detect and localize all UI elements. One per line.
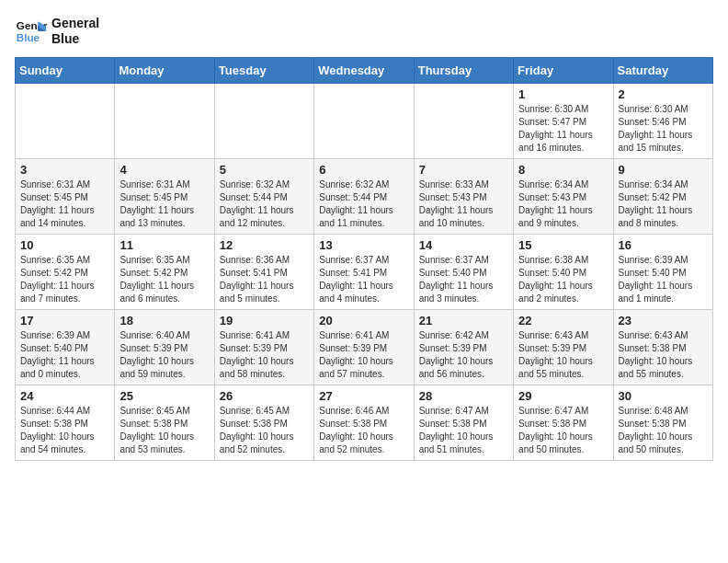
calendar-cell: 17Sunrise: 6:39 AM Sunset: 5:40 PM Dayli… <box>16 310 115 385</box>
day-number: 12 <box>220 238 309 252</box>
header: General Blue General Blue <box>15 15 713 48</box>
weekday-header-row: SundayMondayTuesdayWednesdayThursdayFrid… <box>16 58 713 84</box>
calendar-cell <box>214 84 313 159</box>
day-info: Sunrise: 6:46 AM Sunset: 5:38 PM Dayligh… <box>319 405 408 456</box>
day-info: Sunrise: 6:45 AM Sunset: 5:38 PM Dayligh… <box>220 405 309 456</box>
logo: General Blue General Blue <box>15 15 99 48</box>
day-info: Sunrise: 6:41 AM Sunset: 5:39 PM Dayligh… <box>319 329 408 381</box>
day-info: Sunrise: 6:44 AM Sunset: 5:38 PM Dayligh… <box>20 405 109 456</box>
calendar-cell: 4Sunrise: 6:31 AM Sunset: 5:45 PM Daylig… <box>115 159 214 235</box>
day-number: 9 <box>619 163 708 177</box>
day-number: 14 <box>419 238 508 252</box>
day-info: Sunrise: 6:39 AM Sunset: 5:40 PM Dayligh… <box>619 254 708 305</box>
day-info: Sunrise: 6:38 AM Sunset: 5:40 PM Dayligh… <box>518 254 608 305</box>
calendar-cell: 10Sunrise: 6:35 AM Sunset: 5:42 PM Dayli… <box>16 235 115 310</box>
week-row-5: 24Sunrise: 6:44 AM Sunset: 5:38 PM Dayli… <box>16 385 713 461</box>
day-info: Sunrise: 6:36 AM Sunset: 5:41 PM Dayligh… <box>220 254 309 305</box>
day-info: Sunrise: 6:48 AM Sunset: 5:38 PM Dayligh… <box>619 405 708 456</box>
weekday-header-friday: Friday <box>514 58 613 84</box>
day-number: 27 <box>319 389 408 403</box>
day-number: 11 <box>119 238 209 252</box>
day-info: Sunrise: 6:35 AM Sunset: 5:42 PM Dayligh… <box>20 254 109 305</box>
logo-icon: General Blue <box>15 15 48 48</box>
calendar-cell: 1Sunrise: 6:30 AM Sunset: 5:47 PM Daylig… <box>514 84 613 159</box>
calendar-cell: 3Sunrise: 6:31 AM Sunset: 5:45 PM Daylig… <box>16 159 115 235</box>
day-info: Sunrise: 6:34 AM Sunset: 5:43 PM Dayligh… <box>518 178 608 230</box>
calendar-cell: 24Sunrise: 6:44 AM Sunset: 5:38 PM Dayli… <box>16 385 115 461</box>
calendar-cell: 26Sunrise: 6:45 AM Sunset: 5:38 PM Dayli… <box>214 385 313 461</box>
calendar-cell: 29Sunrise: 6:47 AM Sunset: 5:38 PM Dayli… <box>514 385 613 461</box>
day-info: Sunrise: 6:39 AM Sunset: 5:40 PM Dayligh… <box>20 329 109 381</box>
calendar-cell: 12Sunrise: 6:36 AM Sunset: 5:41 PM Dayli… <box>214 235 313 310</box>
day-info: Sunrise: 6:45 AM Sunset: 5:38 PM Dayligh… <box>119 405 209 456</box>
day-info: Sunrise: 6:30 AM Sunset: 5:46 PM Dayligh… <box>619 103 708 155</box>
day-number: 30 <box>619 389 708 403</box>
weekday-header-sunday: Sunday <box>16 58 115 84</box>
weekday-header-wednesday: Wednesday <box>314 58 414 84</box>
day-number: 29 <box>518 389 608 403</box>
calendar-cell: 30Sunrise: 6:48 AM Sunset: 5:38 PM Dayli… <box>613 385 712 461</box>
day-number: 24 <box>20 389 109 403</box>
calendar-cell: 21Sunrise: 6:42 AM Sunset: 5:39 PM Dayli… <box>414 310 513 385</box>
calendar-cell: 15Sunrise: 6:38 AM Sunset: 5:40 PM Dayli… <box>514 235 613 310</box>
day-number: 8 <box>518 163 608 177</box>
calendar-cell <box>314 84 414 159</box>
day-number: 20 <box>319 314 408 327</box>
calendar-cell: 6Sunrise: 6:32 AM Sunset: 5:44 PM Daylig… <box>314 159 414 235</box>
logo-line1: General <box>51 16 99 31</box>
calendar-cell: 2Sunrise: 6:30 AM Sunset: 5:46 PM Daylig… <box>613 84 712 159</box>
weekday-header-saturday: Saturday <box>613 58 712 84</box>
calendar-cell: 18Sunrise: 6:40 AM Sunset: 5:39 PM Dayli… <box>115 310 214 385</box>
day-number: 2 <box>619 87 708 101</box>
day-number: 5 <box>220 163 309 177</box>
day-info: Sunrise: 6:42 AM Sunset: 5:39 PM Dayligh… <box>419 329 508 381</box>
calendar-cell: 20Sunrise: 6:41 AM Sunset: 5:39 PM Dayli… <box>314 310 414 385</box>
day-number: 26 <box>220 389 309 403</box>
day-info: Sunrise: 6:31 AM Sunset: 5:45 PM Dayligh… <box>119 178 209 230</box>
day-number: 18 <box>119 314 209 327</box>
week-row-1: 1Sunrise: 6:30 AM Sunset: 5:47 PM Daylig… <box>16 84 713 159</box>
day-number: 13 <box>319 238 408 252</box>
calendar-cell: 7Sunrise: 6:33 AM Sunset: 5:43 PM Daylig… <box>414 159 513 235</box>
day-info: Sunrise: 6:35 AM Sunset: 5:42 PM Dayligh… <box>119 254 209 305</box>
calendar-cell: 14Sunrise: 6:37 AM Sunset: 5:40 PM Dayli… <box>414 235 513 310</box>
calendar-cell: 8Sunrise: 6:34 AM Sunset: 5:43 PM Daylig… <box>514 159 613 235</box>
week-row-2: 3Sunrise: 6:31 AM Sunset: 5:45 PM Daylig… <box>16 159 713 235</box>
day-info: Sunrise: 6:31 AM Sunset: 5:45 PM Dayligh… <box>20 178 109 230</box>
calendar-cell: 5Sunrise: 6:32 AM Sunset: 5:44 PM Daylig… <box>214 159 313 235</box>
day-number: 16 <box>619 238 708 252</box>
weekday-header-tuesday: Tuesday <box>214 58 313 84</box>
calendar-cell: 16Sunrise: 6:39 AM Sunset: 5:40 PM Dayli… <box>613 235 712 310</box>
day-number: 1 <box>518 87 608 101</box>
calendar-cell: 13Sunrise: 6:37 AM Sunset: 5:41 PM Dayli… <box>314 235 414 310</box>
day-number: 17 <box>20 314 109 327</box>
week-row-4: 17Sunrise: 6:39 AM Sunset: 5:40 PM Dayli… <box>16 310 713 385</box>
calendar-cell: 27Sunrise: 6:46 AM Sunset: 5:38 PM Dayli… <box>314 385 414 461</box>
week-row-3: 10Sunrise: 6:35 AM Sunset: 5:42 PM Dayli… <box>16 235 713 310</box>
day-number: 7 <box>419 163 508 177</box>
day-info: Sunrise: 6:32 AM Sunset: 5:44 PM Dayligh… <box>220 178 309 230</box>
calendar-table: SundayMondayTuesdayWednesdayThursdayFrid… <box>15 57 713 461</box>
day-number: 19 <box>220 314 309 327</box>
calendar-cell: 25Sunrise: 6:45 AM Sunset: 5:38 PM Dayli… <box>115 385 214 461</box>
day-number: 22 <box>518 314 608 327</box>
calendar-cell: 19Sunrise: 6:41 AM Sunset: 5:39 PM Dayli… <box>214 310 313 385</box>
day-info: Sunrise: 6:32 AM Sunset: 5:44 PM Dayligh… <box>319 178 408 230</box>
day-number: 15 <box>518 238 608 252</box>
day-info: Sunrise: 6:43 AM Sunset: 5:38 PM Dayligh… <box>619 329 708 381</box>
day-number: 28 <box>419 389 508 403</box>
day-info: Sunrise: 6:37 AM Sunset: 5:40 PM Dayligh… <box>419 254 508 305</box>
day-number: 21 <box>419 314 508 327</box>
day-info: Sunrise: 6:34 AM Sunset: 5:42 PM Dayligh… <box>619 178 708 230</box>
day-info: Sunrise: 6:37 AM Sunset: 5:41 PM Dayligh… <box>319 254 408 305</box>
calendar-cell: 11Sunrise: 6:35 AM Sunset: 5:42 PM Dayli… <box>115 235 214 310</box>
calendar-cell: 9Sunrise: 6:34 AM Sunset: 5:42 PM Daylig… <box>613 159 712 235</box>
svg-text:Blue: Blue <box>17 31 40 43</box>
weekday-header-monday: Monday <box>115 58 214 84</box>
calendar-cell: 22Sunrise: 6:43 AM Sunset: 5:39 PM Dayli… <box>514 310 613 385</box>
calendar-cell <box>414 84 513 159</box>
calendar-cell: 23Sunrise: 6:43 AM Sunset: 5:38 PM Dayli… <box>613 310 712 385</box>
weekday-header-thursday: Thursday <box>414 58 513 84</box>
calendar-cell: 28Sunrise: 6:47 AM Sunset: 5:38 PM Dayli… <box>414 385 513 461</box>
calendar-cell <box>115 84 214 159</box>
